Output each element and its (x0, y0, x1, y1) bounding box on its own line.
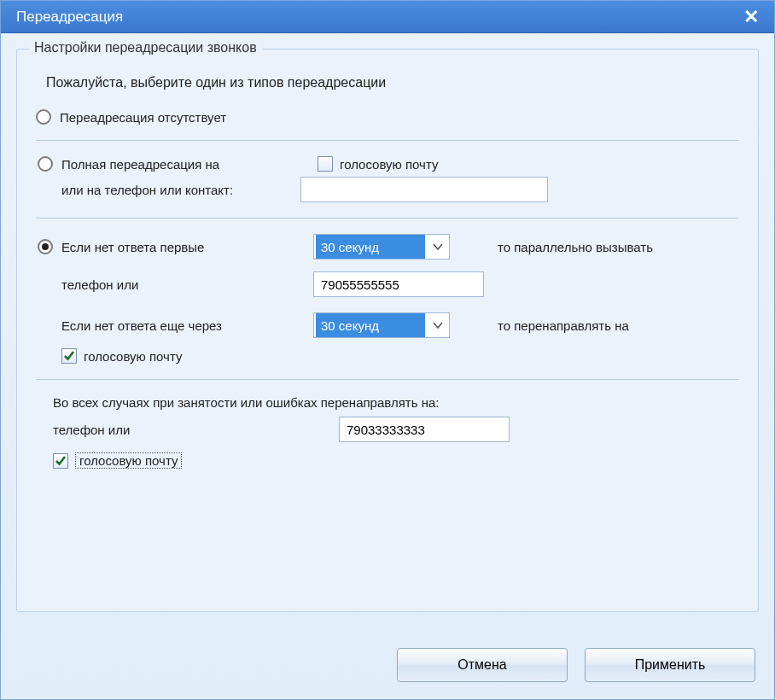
busy-phone-input[interactable] (339, 417, 510, 442)
close-icon[interactable]: ✕ (740, 6, 762, 28)
cond-line3-prefix: Если нет ответа еще через (61, 318, 313, 333)
cond-row-1[interactable]: Если нет ответа первые 30 секунд то пара… (38, 234, 739, 260)
cond-line1-prefix: Если нет ответа первые (61, 240, 313, 254)
busy-heading: Во всех случаях при занятости или ошибка… (53, 395, 439, 410)
full-voicemail-label: голосовую почту (340, 157, 438, 172)
cond-voicemail-row[interactable]: голосовую почту (61, 348, 739, 364)
instruction-text: Пожалуйста, выберите один из типов переа… (46, 75, 739, 90)
cond-voicemail-label: голосовую почту (84, 349, 182, 364)
cancel-button[interactable]: Отмена (397, 648, 568, 682)
apply-button[interactable]: Применить (585, 648, 755, 682)
forwarding-groupbox: Настройки переадресации звонков Пожалуйс… (16, 49, 759, 612)
button-bar: Отмена Применить (397, 648, 755, 682)
busy-phone-row: телефон или (53, 417, 739, 442)
radio-none[interactable] (36, 109, 51, 125)
busy-voicemail-label: голосовую почту (75, 452, 182, 469)
option-none-label: Переадресация отсутствует (60, 110, 226, 125)
divider (36, 140, 739, 141)
content-area: Настройки переадресации звонков Пожалуйс… (1, 33, 774, 624)
option-none-row[interactable]: Переадресация отсутствует (36, 109, 739, 125)
busy-voicemail-row[interactable]: голосовую почту (53, 452, 739, 469)
busy-phone-label: телефон или (53, 423, 339, 437)
cond-phone1-input[interactable] (313, 271, 484, 297)
option-full-phone-row: или на телефон или контакт: (61, 177, 739, 202)
full-voicemail-checkbox[interactable] (318, 156, 333, 172)
chevron-down-icon (427, 321, 449, 330)
title-bar: Переадресация ✕ (1, 1, 774, 33)
busy-section: Во всех случаях при занятости или ошибка… (51, 395, 739, 469)
radio-full[interactable] (38, 156, 53, 172)
timeout2-combo[interactable]: 30 секунд (313, 312, 450, 338)
timeout1-combo[interactable]: 30 секунд (313, 234, 450, 260)
check-icon (63, 350, 75, 362)
option-full-section: Полная переадресация на голосовую почту … (36, 156, 739, 202)
radio-conditional[interactable] (38, 239, 53, 254)
chevron-down-icon (427, 242, 449, 251)
option-full-label: Полная переадресация на (61, 157, 318, 172)
cond-line3-suffix: то перенаправлять на (484, 318, 739, 333)
cond-row-2: телефон или (61, 271, 739, 297)
cond-voicemail-checkbox[interactable] (61, 348, 77, 364)
option-full-sublabel: или на телефон или контакт: (61, 183, 300, 197)
check-icon (55, 455, 67, 467)
full-phone-input[interactable] (300, 177, 548, 202)
busy-voicemail-checkbox[interactable] (53, 453, 68, 469)
busy-heading-row: Во всех случаях при занятости или ошибка… (53, 395, 739, 410)
timeout2-value: 30 секунд (316, 313, 425, 337)
cond-line1-suffix: то параллельно вызывать (484, 240, 739, 254)
window-title: Переадресация (16, 9, 123, 26)
groupbox-title: Настройки переадресации звонков (29, 40, 262, 55)
cond-row-3: Если нет ответа еще через 30 секунд то п… (61, 312, 739, 338)
dialog-window: Переадресация ✕ Настройки переадресации … (0, 0, 775, 700)
timeout1-value: 30 секунд (316, 235, 425, 259)
divider (36, 379, 739, 380)
divider (36, 218, 739, 219)
option-full-row[interactable]: Полная переадресация на голосовую почту (38, 156, 739, 172)
cond-line2-prefix: телефон или (61, 277, 313, 292)
option-conditional-section: Если нет ответа первые 30 секунд то пара… (36, 234, 739, 364)
